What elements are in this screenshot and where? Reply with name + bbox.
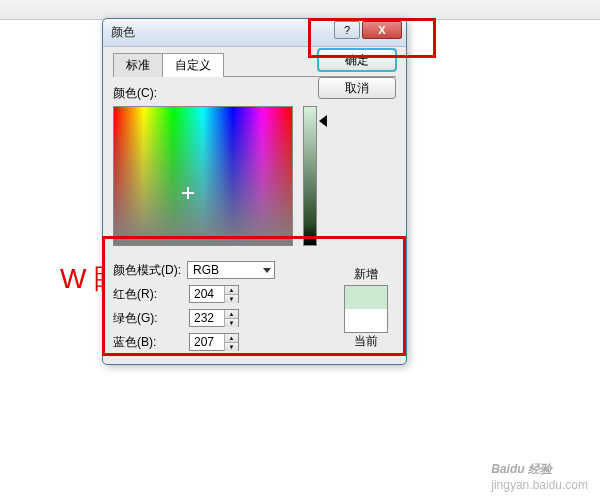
color-mode-label: 颜色模式(D): [113,262,187,279]
spin-down-icon[interactable]: ▼ [224,343,238,351]
new-color-preview [345,286,387,309]
red-input[interactable] [190,286,224,302]
spin-up-icon[interactable]: ▲ [224,310,238,319]
green-input[interactable] [190,310,224,326]
tab-strip: 标准 自定义 [113,55,396,77]
new-color-label: 新增 [340,266,392,283]
page-toolbar-bg [0,0,600,20]
blue-stepper[interactable]: ▲▼ [189,333,239,351]
color-mode-select[interactable]: RGB [187,261,275,279]
tab-standard[interactable]: 标准 [113,53,163,77]
color-dialog: 颜色 ? X 确定 取消 标准 自定义 颜色(C): 颜色模式(D): [102,18,407,365]
blue-input[interactable] [190,334,224,350]
close-button[interactable]: X [362,21,402,39]
help-button[interactable]: ? [334,21,360,39]
spin-down-icon[interactable]: ▼ [224,295,238,303]
spin-down-icon[interactable]: ▼ [224,319,238,327]
spin-up-icon[interactable]: ▲ [224,334,238,343]
green-label: 绿色(G): [113,310,187,327]
tab-custom[interactable]: 自定义 [162,53,224,77]
luminance-slider[interactable] [303,106,317,246]
watermark-brand: Baidu 经验 [491,462,552,476]
color-swatch [344,285,388,333]
dialog-title: 颜色 [111,24,135,41]
red-label: 红色(R): [113,286,187,303]
crosshair-icon [182,187,194,199]
close-icon: X [378,24,385,36]
blue-label: 蓝色(B): [113,334,187,351]
color-mode-value: RGB [193,263,219,277]
luminance-arrow-icon [319,115,327,127]
current-color-label: 当前 [340,333,392,350]
color-gradient-picker[interactable] [113,106,293,246]
color-area-label: 颜色(C): [113,85,396,102]
watermark-url: jingyan.baidu.com [491,478,588,492]
titlebar[interactable]: 颜色 ? X [103,19,406,47]
green-stepper[interactable]: ▲▼ [189,309,239,327]
watermark: Baidu 经验 jingyan.baidu.com [491,461,588,492]
help-icon: ? [344,24,350,36]
current-color-preview [345,309,387,332]
red-stepper[interactable]: ▲▼ [189,285,239,303]
spin-up-icon[interactable]: ▲ [224,286,238,295]
chevron-down-icon [263,268,271,273]
